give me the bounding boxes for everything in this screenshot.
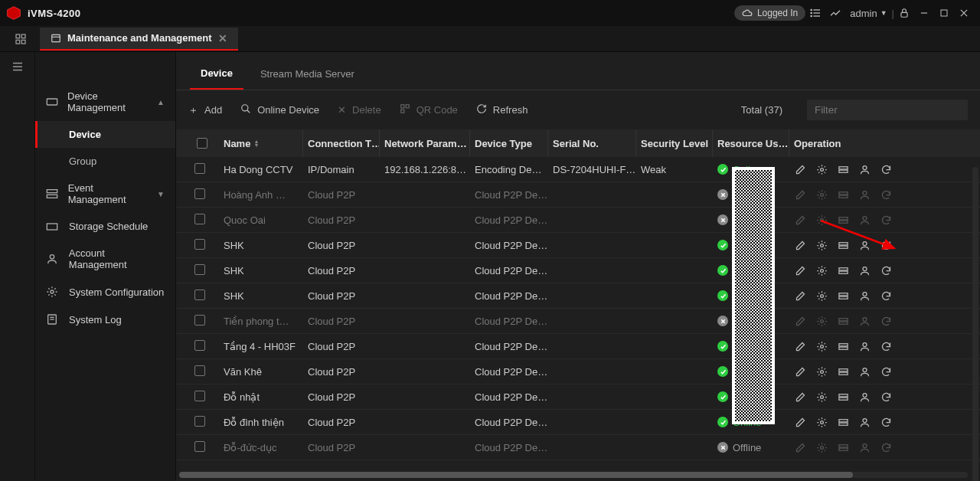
select-all-checkbox[interactable] (197, 138, 207, 149)
sync-icon[interactable] (880, 315, 892, 327)
table-row[interactable]: SHK Cloud P2P Cloud P2P De… Online (176, 258, 980, 283)
table-row[interactable]: Tiền phong t… Cloud P2P Cloud P2P De… Of… (176, 309, 980, 334)
person-icon[interactable] (858, 239, 871, 251)
sidebar-item-event-management[interactable]: Event Management ▼ (35, 175, 175, 213)
table-row[interactable]: Hoàng Anh … Cloud P2P Cloud P2P De… Offl… (176, 182, 980, 208)
edit-icon[interactable] (794, 391, 806, 403)
edit-icon[interactable] (794, 290, 806, 302)
online-device-button[interactable]: Online Device (240, 103, 319, 116)
vertical-scrollbar[interactable] (972, 167, 978, 481)
person-icon[interactable] (858, 391, 871, 403)
col-resource[interactable]: Resource Us… (713, 129, 789, 157)
sidebar-item-group[interactable]: Group (35, 148, 175, 175)
nvr-icon[interactable] (837, 264, 849, 276)
person-icon[interactable] (858, 163, 871, 175)
col-name[interactable]: Name▲▼ (219, 129, 303, 157)
person-icon[interactable] (858, 416, 871, 428)
nvr-icon[interactable] (837, 239, 849, 251)
delete-button[interactable]: ✕ Delete (338, 104, 381, 116)
add-button[interactable]: ＋ Add (188, 103, 222, 117)
row-checkbox[interactable] (194, 441, 205, 452)
person-icon[interactable] (858, 214, 871, 226)
lock-icon[interactable] (894, 3, 914, 23)
list-icon[interactable] (805, 3, 825, 23)
nvr-icon[interactable] (837, 441, 849, 453)
sync-icon[interactable] (880, 264, 892, 276)
settings-icon[interactable] (815, 290, 828, 302)
horizontal-scrollbar[interactable] (179, 472, 968, 478)
edit-icon[interactable] (794, 214, 806, 226)
person-icon[interactable] (858, 340, 871, 352)
nvr-icon[interactable] (837, 188, 849, 201)
edit-icon[interactable] (794, 441, 806, 453)
nvr-icon[interactable] (837, 290, 849, 302)
sync-icon[interactable] (880, 290, 892, 302)
col-operation[interactable]: Operation (789, 129, 958, 157)
col-connection[interactable]: Connection T… (303, 129, 380, 157)
edit-icon[interactable] (794, 239, 806, 251)
edit-icon[interactable] (794, 188, 806, 201)
person-icon[interactable] (858, 441, 871, 453)
sidebar-item-device[interactable]: Device (35, 121, 175, 148)
maximize-button[interactable] (934, 3, 954, 23)
table-row[interactable]: Tầng 4 - HH03F Cloud P2P Cloud P2P De… O… (176, 334, 980, 359)
refresh-button[interactable]: Refresh (476, 103, 528, 116)
settings-icon[interactable] (815, 441, 828, 453)
col-serial[interactable]: Serial No. (548, 129, 636, 157)
person-icon[interactable] (858, 264, 871, 276)
settings-icon[interactable] (815, 163, 828, 175)
sidebar-item-account-management[interactable]: Account Management (35, 240, 175, 278)
settings-icon[interactable] (815, 239, 828, 251)
row-checkbox[interactable] (194, 391, 205, 401)
person-icon[interactable] (858, 365, 871, 378)
nvr-icon[interactable] (837, 163, 849, 175)
row-checkbox[interactable] (194, 239, 205, 250)
table-row[interactable]: SHK Cloud P2P Cloud P2P De… Online (176, 233, 980, 258)
minimize-button[interactable] (914, 3, 934, 23)
settings-icon[interactable] (815, 391, 828, 403)
edit-icon[interactable] (794, 163, 806, 175)
sync-icon[interactable] (880, 239, 892, 251)
sidebar-item-storage-schedule[interactable]: Storage Schedule (35, 213, 175, 240)
settings-icon[interactable] (815, 264, 828, 276)
settings-icon[interactable] (815, 416, 828, 428)
edit-icon[interactable] (794, 340, 806, 352)
nvr-icon[interactable] (837, 214, 849, 226)
person-icon[interactable] (858, 315, 871, 327)
settings-icon[interactable] (815, 340, 828, 352)
edit-icon[interactable] (794, 315, 806, 327)
table-row[interactable]: Đỗ-đức-dụ̣c Cloud P2P Cloud P2P De… Offl… (176, 435, 980, 460)
row-checkbox[interactable] (194, 163, 205, 174)
person-icon[interactable] (858, 188, 871, 201)
stats-icon[interactable] (825, 3, 845, 23)
sync-icon[interactable] (880, 163, 892, 175)
person-icon[interactable] (858, 290, 871, 302)
qr-code-button[interactable]: QR Code (400, 103, 458, 116)
sync-icon[interactable] (880, 416, 892, 428)
filter-input[interactable] (807, 100, 968, 120)
sync-icon[interactable] (880, 441, 892, 453)
sync-icon[interactable] (880, 365, 892, 378)
nvr-icon[interactable] (837, 340, 849, 352)
tab-close-icon[interactable]: ✕ (218, 32, 227, 44)
logged-in-pill[interactable]: Logged In (734, 5, 805, 21)
sync-icon[interactable] (880, 340, 892, 352)
edit-icon[interactable] (794, 365, 806, 378)
settings-icon[interactable] (815, 315, 828, 327)
hamburger-icon[interactable] (11, 64, 24, 76)
row-checkbox[interactable] (194, 340, 205, 351)
sidebar-item-device-management[interactable]: Device Management ▲ (35, 83, 175, 121)
subtab-stream-media-server[interactable]: Stream Media Server (250, 61, 365, 89)
col-network[interactable]: Network Param… (380, 129, 470, 157)
user-menu[interactable]: admin ▼ (845, 3, 891, 23)
nvr-icon[interactable] (837, 315, 849, 327)
row-checkbox[interactable] (194, 290, 205, 300)
row-checkbox[interactable] (194, 365, 205, 376)
col-security[interactable]: Security Level (636, 129, 713, 157)
edit-icon[interactable] (794, 416, 806, 428)
table-row[interactable]: SHK Cloud P2P Cloud P2P De… Online (176, 283, 980, 309)
settings-icon[interactable] (815, 188, 828, 201)
row-checkbox[interactable] (194, 188, 205, 199)
subtab-device[interactable]: Device (190, 60, 243, 90)
settings-icon[interactable] (815, 365, 828, 378)
